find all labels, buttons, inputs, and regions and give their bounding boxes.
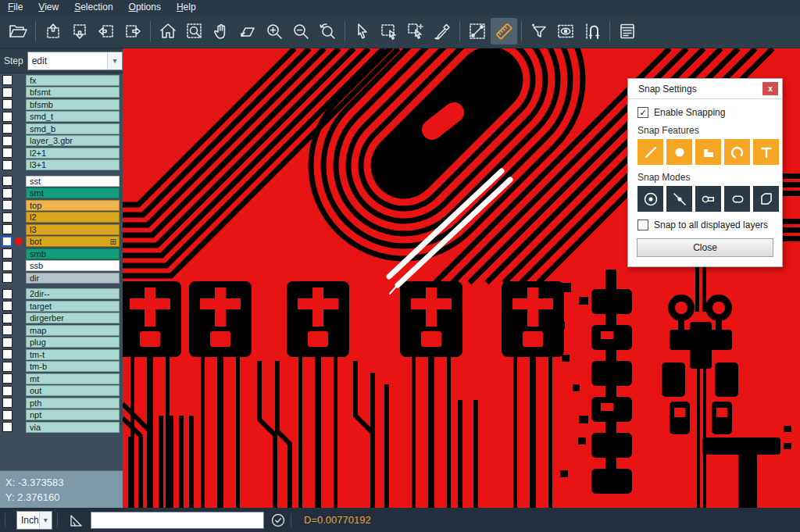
snap-polygon-corner-button[interactable] <box>753 186 779 212</box>
layer-row-smt[interactable]: smt <box>0 187 123 200</box>
dialog-close-button[interactable]: x <box>762 82 778 95</box>
zoom-area-button[interactable] <box>234 18 261 45</box>
layer-row-sst[interactable]: sst <box>0 175 123 187</box>
layer-visibility-checkbox[interactable] <box>2 75 12 85</box>
layer-name-cell[interactable]: fx <box>26 75 120 86</box>
layer-visibility-checkbox[interactable] <box>2 362 12 372</box>
layer-row-bot[interactable]: bot⊞ <box>0 236 123 248</box>
layer-row-2dir--[interactable]: 2dir-- <box>0 288 123 301</box>
angle-tool-button[interactable] <box>69 512 84 528</box>
layer-name-cell[interactable]: dirgerber <box>26 312 120 323</box>
layer-row-l2[interactable]: l2 <box>0 212 123 224</box>
layer-visibility-checkbox[interactable] <box>2 261 12 271</box>
layer-row-dirgerber[interactable]: dirgerber <box>0 312 123 325</box>
snap-magnet-button[interactable] <box>579 18 605 45</box>
layer-row-l2+1[interactable]: l2+1 <box>0 147 123 159</box>
layer-visibility-checkbox[interactable] <box>2 398 12 408</box>
layer-row-out[interactable]: out <box>0 385 123 398</box>
snap-slot-b-button[interactable] <box>724 186 750 212</box>
snap-all-layers-checkbox[interactable] <box>638 220 648 230</box>
layer-visibility-checkbox[interactable] <box>2 313 12 323</box>
ruler-button[interactable] <box>491 18 517 45</box>
pan-up-button[interactable] <box>40 18 66 45</box>
snap-text-button[interactable] <box>753 139 779 165</box>
pan-right-button[interactable] <box>120 18 146 45</box>
select-reference-button[interactable] <box>402 18 429 45</box>
layer-row-smd_b[interactable]: smd_b <box>0 123 123 135</box>
layer-name-cell[interactable]: npt <box>26 409 120 420</box>
pan-hand-button[interactable] <box>208 18 234 45</box>
layer-visibility-checkbox[interactable] <box>2 136 12 146</box>
layer-visibility-checkbox[interactable] <box>2 224 12 234</box>
layer-row-dir[interactable]: dir <box>0 272 123 284</box>
pan-down-button[interactable] <box>66 18 93 45</box>
layer-visibility-checkbox[interactable] <box>2 273 12 283</box>
layer-name-cell[interactable]: bot⊞ <box>26 236 120 247</box>
layer-name-cell[interactable]: smb <box>26 248 120 259</box>
layer-name-cell[interactable]: ssb <box>26 260 120 271</box>
layer-row-bfsmb[interactable]: bfsmb <box>0 98 123 111</box>
zoom-previous-button[interactable] <box>314 18 341 45</box>
layer-visibility-checkbox[interactable] <box>2 248 12 259</box>
layer-visibility-checkbox[interactable] <box>2 301 12 311</box>
step-select[interactable]: edit ▾ <box>27 52 123 70</box>
layer-name-cell[interactable]: map <box>26 325 120 336</box>
menu-help[interactable]: Help <box>169 0 204 15</box>
layer-visibility-checkbox[interactable] <box>2 236 12 247</box>
layer-visibility-checkbox[interactable] <box>2 349 12 359</box>
layer-row-via[interactable]: via <box>0 421 123 434</box>
layer-row-bfsmt[interactable]: bfsmt <box>0 87 123 99</box>
layer-row-top[interactable]: top <box>0 199 123 212</box>
layer-visibility-checkbox[interactable] <box>2 337 12 348</box>
layer-name-cell[interactable]: l2+1 <box>26 148 120 159</box>
view-eye-button[interactable] <box>552 18 579 45</box>
layer-row-layer_3.gbr[interactable]: layer_3.gbr <box>0 135 123 148</box>
snap-center-button[interactable] <box>638 186 663 212</box>
layer-name-cell[interactable]: l3 <box>26 224 120 235</box>
layer-visibility-checkbox[interactable] <box>2 99 12 109</box>
layer-row-smd_t[interactable]: smd_t <box>0 111 123 123</box>
layer-name-cell[interactable]: via <box>26 422 120 433</box>
apply-check-button[interactable] <box>270 512 286 528</box>
menu-selection[interactable]: Selection <box>66 0 120 15</box>
layer-visibility-checkbox[interactable] <box>2 200 12 210</box>
layer-row-tm-b[interactable]: tm-b <box>0 361 123 373</box>
layer-name-cell[interactable]: tm-b <box>26 361 120 372</box>
home-button[interactable] <box>155 18 181 45</box>
snap-pad-surface-button[interactable] <box>695 139 721 165</box>
snap-slot-a-button[interactable] <box>695 186 721 212</box>
layer-visibility-checkbox[interactable] <box>2 176 12 186</box>
layer-name-cell[interactable]: out <box>26 385 120 396</box>
layer-visibility-checkbox[interactable] <box>2 123 12 134</box>
pcb-canvas[interactable]: Snap Settings x ✓ Enable Snapping Snap F… <box>123 48 800 508</box>
dialog-titlebar[interactable]: Snap Settings x <box>628 79 782 99</box>
layer-visibility-checkbox[interactable] <box>2 188 12 198</box>
layer-name-cell[interactable]: plug <box>26 337 120 348</box>
layer-name-cell[interactable]: smd_b <box>26 123 120 134</box>
open-folder-button[interactable] <box>5 18 31 45</box>
layer-visibility-checkbox[interactable] <box>2 386 12 396</box>
snap-nearest-line-button[interactable] <box>666 186 692 212</box>
zoom-in-button[interactable] <box>261 18 288 45</box>
layer-row-tm-t[interactable]: tm-t <box>0 348 123 361</box>
layer-name-cell[interactable]: l2 <box>26 212 120 223</box>
layer-visibility-checkbox[interactable] <box>2 422 12 432</box>
brush-clear-button[interactable] <box>429 18 455 45</box>
dialog-close-action-button[interactable]: Close <box>637 238 773 257</box>
layer-name-cell[interactable]: sst <box>26 176 120 187</box>
layer-row-l3+1[interactable]: l3+1 <box>0 159 123 172</box>
menu-options[interactable]: Options <box>121 0 169 15</box>
zoom-window-button[interactable] <box>181 18 208 45</box>
layer-row-map[interactable]: map <box>0 324 123 337</box>
layer-name-cell[interactable]: target <box>26 301 120 312</box>
layer-row-npt[interactable]: npt <box>0 409 123 422</box>
layer-row-plug[interactable]: plug <box>0 337 123 349</box>
select-pointer-button[interactable] <box>349 18 376 45</box>
select-window-button[interactable] <box>376 18 402 45</box>
layer-name-cell[interactable]: bfsmt <box>26 87 120 98</box>
layer-name-cell[interactable]: smd_t <box>26 111 120 122</box>
measure-line-button[interactable] <box>464 18 491 45</box>
layer-name-cell[interactable]: top <box>26 200 120 211</box>
layer-visibility-checkbox[interactable] <box>2 212 12 223</box>
layer-visibility-checkbox[interactable] <box>2 289 12 299</box>
